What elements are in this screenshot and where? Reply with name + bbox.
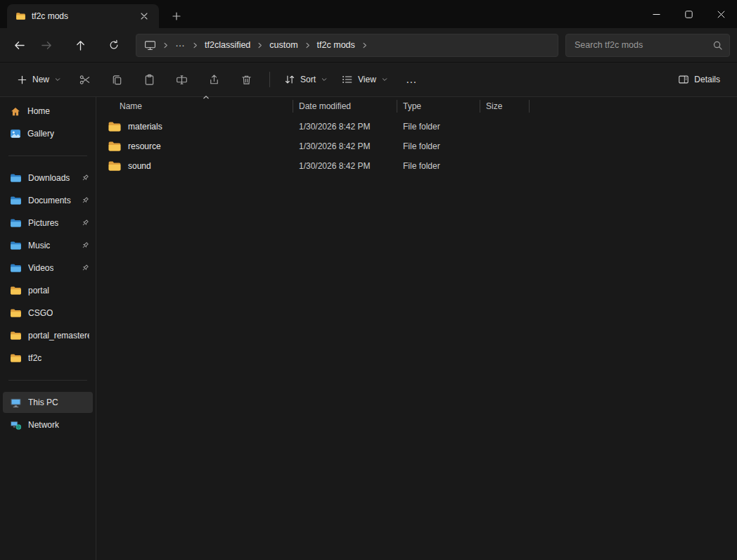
chevron-right-icon[interactable]	[360, 42, 369, 49]
file-row[interactable]: sound 1/30/2026 8:42 PM File folder	[96, 156, 737, 176]
file-name: materials	[128, 122, 162, 132]
breadcrumb-item[interactable]: tf2c mods	[312, 37, 360, 53]
gallery-icon	[10, 129, 21, 139]
sidebar-item-label: tf2c	[28, 353, 41, 363]
documents-folder-icon	[10, 196, 22, 205]
rename-button[interactable]	[167, 68, 196, 91]
sidebar-item-label: Network	[28, 420, 59, 430]
breadcrumb-item[interactable]: tf2classified	[200, 37, 255, 53]
breadcrumb-overflow-button[interactable]: …	[170, 36, 191, 54]
sort-icon	[284, 74, 295, 85]
sidebar-item-music[interactable]: Music	[3, 235, 93, 256]
sidebar-item-home[interactable]: Home	[3, 101, 93, 122]
navigation-pane: Home Gallery Downloads Documents Picture…	[0, 97, 96, 560]
sidebar-item-label: Music	[28, 241, 50, 250]
close-button[interactable]	[705, 0, 737, 28]
breadcrumb-device-button[interactable]	[139, 37, 161, 54]
file-rows: materials 1/30/2026 8:42 PM File folder …	[96, 117, 737, 176]
cut-button[interactable]	[70, 68, 99, 91]
details-button-label: Details	[694, 75, 720, 84]
file-date-modified: 1/30/2026 8:42 PM	[293, 141, 397, 151]
paste-button[interactable]	[134, 68, 164, 91]
folder-icon	[10, 308, 22, 318]
share-button[interactable]	[199, 68, 229, 91]
view-button[interactable]: View	[335, 68, 395, 91]
breadcrumb-item[interactable]: custom	[264, 37, 302, 53]
refresh-button[interactable]	[102, 33, 126, 57]
file-row[interactable]: resource 1/30/2026 8:42 PM File folder	[96, 136, 737, 156]
sidebar-item-portal[interactable]: portal	[3, 280, 93, 301]
sidebar-item-csgo[interactable]: CSGO	[3, 303, 93, 324]
search-input[interactable]	[575, 40, 707, 50]
back-button[interactable]	[7, 33, 31, 57]
sidebar-item-pictures[interactable]: Pictures	[3, 212, 93, 234]
minimize-icon	[653, 11, 660, 18]
column-header-type[interactable]: Type	[397, 100, 480, 113]
column-header-date-modified[interactable]: Date modified	[293, 100, 397, 113]
view-button-label: View	[358, 75, 376, 84]
sidebar-item-label: This PC	[28, 397, 58, 407]
file-name: sound	[128, 161, 151, 171]
search-button[interactable]	[707, 35, 728, 55]
pictures-folder-icon	[10, 218, 22, 228]
column-header-name[interactable]: Name	[120, 100, 293, 113]
copy-icon	[111, 74, 123, 86]
new-button-label: New	[32, 75, 49, 84]
monitor-icon	[144, 40, 156, 51]
chevron-right-icon[interactable]	[161, 42, 170, 49]
folder-icon	[108, 160, 122, 172]
minimize-button[interactable]	[640, 0, 672, 28]
sidebar-item-label: Videos	[28, 263, 53, 273]
sidebar-item-label: CSGO	[28, 308, 53, 318]
more-options-button[interactable]: …	[397, 68, 426, 91]
delete-button[interactable]	[231, 68, 261, 91]
chevron-right-icon[interactable]	[255, 42, 264, 49]
back-icon	[13, 39, 25, 51]
tab-close-button[interactable]	[135, 7, 153, 25]
up-arrow-icon	[75, 39, 86, 51]
chevron-right-icon[interactable]	[303, 42, 312, 49]
sidebar-item-portal-remastered[interactable]: portal_remastered	[3, 325, 93, 346]
column-headers: Name Date modified Type Size	[96, 97, 737, 115]
ellipsis-icon: …	[406, 76, 417, 83]
folder-icon	[10, 286, 22, 295]
sidebar-item-downloads[interactable]: Downloads	[3, 167, 93, 189]
file-type: File folder	[397, 161, 480, 171]
new-button[interactable]: New	[10, 68, 68, 91]
folder-icon	[10, 331, 22, 341]
home-icon	[10, 106, 21, 117]
forward-button[interactable]	[34, 33, 58, 57]
window-controls	[640, 0, 737, 28]
plus-icon	[17, 75, 27, 85]
sort-button[interactable]: Sort	[277, 68, 335, 91]
new-tab-button[interactable]	[167, 7, 186, 25]
sidebar-item-label: Home	[27, 106, 50, 116]
sidebar-item-this-pc[interactable]: This PC	[3, 392, 93, 413]
sidebar-item-documents[interactable]: Documents	[3, 190, 93, 211]
scissors-icon	[79, 74, 91, 86]
sidebar-item-gallery[interactable]: Gallery	[3, 123, 93, 144]
sidebar-item-network[interactable]: Network	[3, 414, 93, 435]
folder-icon	[108, 141, 122, 152]
file-type: File folder	[397, 141, 480, 151]
network-icon	[10, 420, 22, 431]
sidebar-separator	[8, 380, 87, 381]
sidebar-item-label: Pictures	[28, 218, 58, 228]
copy-button[interactable]	[102, 68, 132, 91]
pc-icon	[10, 397, 22, 408]
file-row[interactable]: materials 1/30/2026 8:42 PM File folder	[96, 117, 737, 136]
sort-button-label: Sort	[300, 75, 316, 84]
sidebar-item-tf2c[interactable]: tf2c	[3, 348, 93, 369]
column-header-size[interactable]: Size	[480, 100, 530, 113]
explorer-tab[interactable]: tf2c mods	[7, 4, 159, 28]
pin-icon	[81, 241, 89, 250]
trash-icon	[241, 74, 252, 86]
sidebar-item-videos[interactable]: Videos	[3, 257, 93, 279]
pin-icon	[81, 264, 89, 272]
forward-icon	[41, 39, 53, 51]
up-button[interactable]	[68, 33, 92, 57]
paste-icon	[143, 74, 155, 86]
maximize-button[interactable]	[672, 0, 705, 28]
chevron-right-icon[interactable]	[191, 42, 200, 49]
details-button[interactable]: Details	[671, 68, 727, 91]
